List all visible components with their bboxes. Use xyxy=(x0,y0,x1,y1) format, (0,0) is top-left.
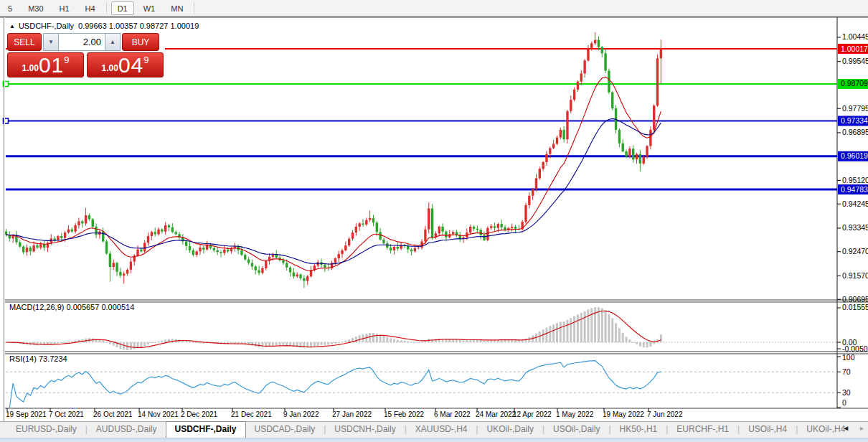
svg-text:0.96895: 0.96895 xyxy=(842,128,868,136)
svg-text:0.93345: 0.93345 xyxy=(842,223,868,232)
buy-button[interactable]: BUY xyxy=(122,33,159,51)
svg-text:24 Mar 2022: 24 Mar 2022 xyxy=(476,410,516,418)
symbol-tab-ukoil-daily[interactable]: UKOil-,Daily xyxy=(478,422,542,438)
chart-ohlc-values: 0.99663 1.00357 0.98727 1.00019 xyxy=(78,22,199,30)
symbol-tabbar: EURUSD-,Daily|AUDUSD-,DailyUSDCHF-,Daily… xyxy=(0,421,868,438)
svg-text:-0.005075: -0.005075 xyxy=(842,344,868,353)
price-axis: 1.004450.995450.977950.968950.951200.942… xyxy=(837,32,868,303)
symbol-tab-audusd-daily[interactable]: AUDUSD-,Daily xyxy=(88,422,166,438)
symbol-tab-usoil-h4[interactable]: USOil-,H4 xyxy=(740,422,796,438)
sell-button[interactable]: SELL xyxy=(7,33,42,51)
svg-text:6 Mar 2022: 6 Mar 2022 xyxy=(434,410,471,418)
svg-text:0.01555: 0.01555 xyxy=(842,303,868,311)
svg-text:1.00445: 1.00445 xyxy=(842,32,868,41)
symbol-tab-usdcnh-daily[interactable]: USDCNH-,Daily xyxy=(326,422,404,438)
ask-price-big-digits: 04 xyxy=(118,55,143,75)
one-click-trade-panel: SELL ▼ ▲ BUY 1.00 01 9 1.00 04 9 xyxy=(7,32,165,80)
svg-text:9 Jan 2022: 9 Jan 2022 xyxy=(283,410,319,418)
volume-input[interactable] xyxy=(59,37,101,47)
macd-panel: 0.015550.00-0.005075MACD(12,26,9) 0.0056… xyxy=(5,303,868,353)
trading-terminal: 5M30H1H4D1W1MN 1.004450.995450.977950.96… xyxy=(0,0,868,442)
svg-text:MACD(12,26,9) 0.005657 0.00051: MACD(12,26,9) 0.005657 0.000514 xyxy=(9,303,134,311)
svg-text:26 Oct 2021: 26 Oct 2021 xyxy=(93,410,133,418)
svg-text:0.94783: 0.94783 xyxy=(841,185,868,194)
ask-price-pipette: 9 xyxy=(143,55,148,65)
tab-scroll-right-icon[interactable]: ▸ xyxy=(860,424,864,432)
svg-text:30: 30 xyxy=(842,388,851,397)
window-left-border xyxy=(4,17,5,438)
svg-text:2 Dec 2021: 2 Dec 2021 xyxy=(181,410,218,418)
svg-text:19 May 2022: 19 May 2022 xyxy=(603,410,644,418)
svg-text:27 Jan 2022: 27 Jan 2022 xyxy=(332,410,372,418)
symbol-tab-usoil-daily[interactable]: USOil-,Daily xyxy=(544,422,608,438)
buy-price-button[interactable]: 1.00 04 9 xyxy=(87,52,164,77)
symbol-tab-usdchf-daily[interactable]: USDCHF-,Daily xyxy=(166,421,246,438)
svg-text:0.96019: 0.96019 xyxy=(841,151,868,160)
symbol-tab-eurchf-h1[interactable]: EURCHF-,H1 xyxy=(668,422,737,438)
svg-text:0.97795: 0.97795 xyxy=(842,104,868,113)
svg-text:100: 100 xyxy=(842,353,855,362)
svg-text:1.00017: 1.00017 xyxy=(841,44,868,53)
symbol-tab-xauusd-h4[interactable]: XAUUSD-,H4 xyxy=(407,422,476,438)
svg-text:0.90695: 0.90695 xyxy=(842,295,868,304)
tabbar-scroll-arrows: ◄ ▸ xyxy=(834,424,864,432)
svg-text:19 Sep 2021: 19 Sep 2021 xyxy=(6,410,47,418)
tab-scroll-left-icon[interactable]: ◄ xyxy=(842,424,849,432)
symbol-tab-usdcad-daily[interactable]: USDCAD-,Daily xyxy=(246,422,324,438)
svg-text:0.97334: 0.97334 xyxy=(841,116,868,125)
window-bottom-strip xyxy=(0,438,868,442)
bid-price-pipette: 9 xyxy=(64,55,69,65)
svg-text:0.95120: 0.95120 xyxy=(842,176,868,184)
svg-text:0.94245: 0.94245 xyxy=(842,199,868,208)
sell-price-button[interactable]: 1.00 01 9 xyxy=(7,52,84,77)
svg-text:RSI(14) 73.7234: RSI(14) 73.7234 xyxy=(9,354,67,363)
svg-text:0.99545: 0.99545 xyxy=(842,57,868,65)
svg-text:14 Nov 2021: 14 Nov 2021 xyxy=(138,410,179,418)
bid-price-big-digits: 01 xyxy=(39,55,64,75)
svg-text:0.98709: 0.98709 xyxy=(841,79,868,88)
symbol-tab-hk50-h1[interactable]: HK50-,H1 xyxy=(611,422,666,438)
svg-text:21 Dec 2021: 21 Dec 2021 xyxy=(231,410,272,418)
date-axis: 19 Sep 20217 Oct 202126 Oct 202114 Nov 2… xyxy=(6,408,683,418)
volume-field-wrap xyxy=(59,33,105,51)
svg-text:0.92470: 0.92470 xyxy=(842,247,868,255)
bid-price-prefix: 1.00 xyxy=(22,61,39,75)
chart-title: ▲USDCHF-,Daily 0.99663 1.00357 0.98727 1… xyxy=(9,22,199,30)
volume-decrease-button[interactable]: ▼ xyxy=(43,33,59,51)
svg-text:7 Oct 2021: 7 Oct 2021 xyxy=(49,410,84,418)
svg-text:0.91570: 0.91570 xyxy=(842,271,868,280)
svg-text:12 Apr 2022: 12 Apr 2022 xyxy=(513,410,552,418)
svg-text:7 Jun 2022: 7 Jun 2022 xyxy=(647,410,683,418)
symbol-tab-eurusd-daily[interactable]: EURUSD-,Daily xyxy=(7,422,85,438)
moving-averages xyxy=(6,77,661,271)
ask-price-prefix: 1.00 xyxy=(102,61,118,75)
svg-text:15 Feb 2022: 15 Feb 2022 xyxy=(384,410,425,418)
svg-text:70: 70 xyxy=(842,367,851,376)
rsi-panel: 10070300RSI(14) 73.7234 xyxy=(6,353,855,408)
svg-text:1 May 2022: 1 May 2022 xyxy=(556,410,594,418)
collapse-arrow-icon[interactable]: ▲ xyxy=(9,23,15,29)
volume-increase-button[interactable]: ▲ xyxy=(105,33,121,51)
svg-text:0: 0 xyxy=(842,398,846,407)
chart-symbol-label: USDCHF-,Daily xyxy=(19,22,74,30)
